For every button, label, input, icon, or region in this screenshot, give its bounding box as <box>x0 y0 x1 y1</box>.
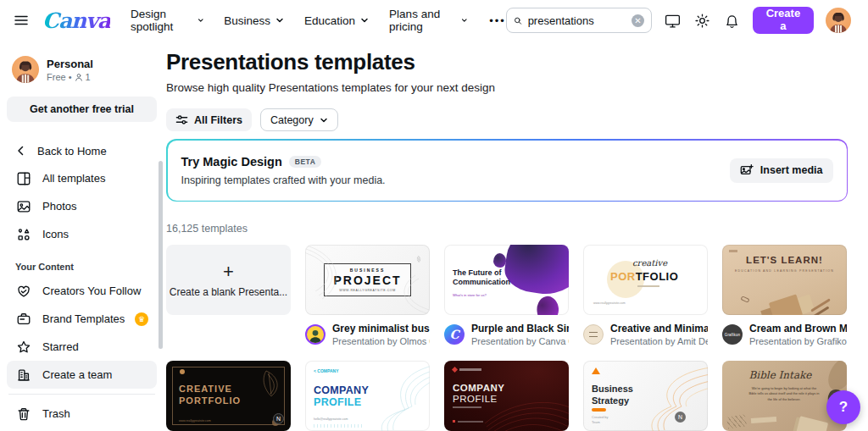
template-attribution: Grey minimalist busin... Presentation by… <box>305 323 430 346</box>
sidebar-divider <box>8 394 155 395</box>
template-thumb-grey-business[interactable]: BUSINESS PROJECT WWW.REALLYGREATSITE.COM <box>305 245 430 315</box>
nav-plans-pricing[interactable]: Plans and pricing <box>389 8 467 33</box>
create-a-design-button[interactable]: Create a design <box>753 7 814 34</box>
template-thumb-creative-portfolio-black[interactable]: CREATIVE PORTFOLIO www.reallygreatsite.c… <box>166 361 291 431</box>
sidebar-item-create-a-team[interactable]: Create a team <box>7 361 157 389</box>
nav-business[interactable]: Business <box>224 14 284 27</box>
template-thumb-business-strategy[interactable]: BusinessStrategy Created byTeam N <box>583 361 708 431</box>
creators-heart-icon <box>15 283 32 300</box>
beta-badge: BETA <box>289 156 322 168</box>
chevron-down-icon <box>360 16 369 25</box>
canva-logo[interactable]: Canva <box>42 8 110 33</box>
sidebar-item-all-templates[interactable]: All templates <box>7 164 157 192</box>
template-thumb-company-profile-white[interactable]: < COMPANY COMPANY PROFILE hello@reallygr… <box>305 361 430 431</box>
orange-bar-decor <box>592 408 606 412</box>
template-cell: Bible Intake We're going to begin by loo… <box>722 361 847 431</box>
template-cell: The Future of Communication What's in st… <box>444 245 569 346</box>
template-attribution: Grafikon Cream and Brown Mini... Present… <box>722 323 847 346</box>
template-title: Grey minimalist busin... <box>332 323 430 334</box>
category-filter-button[interactable]: Category <box>260 108 338 131</box>
notifications-bell-icon[interactable] <box>723 12 741 30</box>
pencil-decor <box>810 298 831 312</box>
thumb-logo-mark <box>729 250 737 252</box>
template-byline: Presentation by Grafikonte... <box>749 336 847 346</box>
primary-nav: Design spotlight Business Education Plan… <box>131 8 467 33</box>
filter-row: All Filters Category <box>166 108 848 131</box>
nav-design-spotlight[interactable]: Design spotlight <box>131 8 203 33</box>
magic-design-banner: Try Magic Design BETA Inspiring template… <box>166 139 848 202</box>
sidebar-scrollbar[interactable] <box>159 161 163 349</box>
filters-sliders-icon <box>175 113 188 126</box>
template-grid-row-2: CREATIVE PORTFOLIO www.reallygreatsite.c… <box>166 361 848 431</box>
template-thumb-bible-intake[interactable]: Bible Intake We're going to begin by loo… <box>722 361 847 431</box>
account-name: Personal <box>47 58 93 70</box>
sidebar-item-brand-templates[interactable]: Brand Templates ♛ <box>7 305 157 333</box>
template-cell: LET'S LEARN! EDUCATION AND LEARNING PRES… <box>722 245 847 346</box>
chevron-down-icon <box>198 16 204 25</box>
all-filters-button[interactable]: All Filters <box>166 108 252 131</box>
template-title: Cream and Brown Mini... <box>749 323 847 334</box>
template-cell: BUSINESS PROJECT WWW.REALLYGREATSITE.COM… <box>305 245 430 346</box>
search-box[interactable]: ✕ <box>506 8 652 33</box>
all-templates-icon <box>15 170 32 187</box>
creator-avatar <box>305 324 326 345</box>
photos-icon <box>15 198 32 215</box>
sidebar-item-icons[interactable]: Icons <box>7 220 157 248</box>
sidebar-item-trash[interactable]: Trash <box>7 400 157 428</box>
template-thumb-lets-learn[interactable]: LET'S LEARN! EDUCATION AND LEARNING PRES… <box>722 245 847 315</box>
help-button[interactable]: ? <box>826 390 860 424</box>
template-thumb-purple-black[interactable]: The Future of Communication What's in st… <box>444 245 569 315</box>
sidebar-item-photos[interactable]: Photos <box>7 192 157 220</box>
footer-bar-decor <box>453 420 483 423</box>
sidebar: Personal Free • 1 Get another free trial… <box>0 41 164 431</box>
crown-pro-icon: ♛ <box>135 312 148 326</box>
nav-education[interactable]: Education <box>304 14 369 27</box>
chevron-down-icon <box>461 16 468 25</box>
page-subtitle: Browse high quality Presentations templa… <box>166 81 848 94</box>
search-icon <box>514 14 522 27</box>
navbar-right-group: ✕ Create a design <box>506 7 851 34</box>
chevron-down-icon <box>320 116 328 124</box>
more-menu-icon[interactable]: ••• <box>489 14 506 27</box>
canva-templates-page: Canva Design spotlight Business Educatio… <box>0 0 868 431</box>
settings-gear-icon[interactable] <box>693 12 711 30</box>
creator-avatar <box>583 324 604 345</box>
sidebar-item-starred[interactable]: Starred <box>7 333 157 361</box>
paperclip-decor <box>740 296 749 303</box>
brand-templates-icon <box>15 311 32 328</box>
account-switcher[interactable]: Personal Free • 1 <box>7 47 157 88</box>
get-free-trial-button[interactable]: Get another free trial <box>7 97 157 122</box>
template-cell: < COMPANY COMPANY PROFILE hello@reallygr… <box>305 361 430 431</box>
subtitle-bar-decor <box>453 406 481 408</box>
user-avatar[interactable] <box>826 8 851 33</box>
dotted-decor <box>314 424 364 428</box>
creator-avatar: C <box>444 324 465 345</box>
template-cell: CREATIVE PORTFOLIO www.reallygreatsite.c… <box>166 361 291 431</box>
blank-template-cell: + Create a blank Presenta... <box>166 245 291 346</box>
template-title: Purple and Black Simp... <box>471 323 569 334</box>
magic-design-subtitle: Inspiring templates crafted with your me… <box>181 174 386 186</box>
open-book-decor <box>796 416 828 431</box>
account-avatar <box>12 56 39 83</box>
magic-design-title: Try Magic Design <box>181 155 282 169</box>
template-thumb-creative-minimal[interactable]: creative PORTFOLIO www.reallygreatsite.c… <box>583 245 708 315</box>
hamburger-menu-icon[interactable] <box>14 12 29 29</box>
template-thumb-company-profile-dark[interactable]: COMPANY PROFILE <box>444 361 569 431</box>
template-attribution: Creative and Minimal ... Presentation by… <box>583 323 708 346</box>
your-content-label: Your Content <box>7 248 157 277</box>
template-attribution: C Purple and Black Simp... Presentation … <box>444 323 569 346</box>
create-blank-presentation-card[interactable]: + Create a blank Presenta... <box>166 245 291 315</box>
clear-search-icon[interactable]: ✕ <box>632 14 644 27</box>
template-title: Creative and Minimal ... <box>610 323 708 334</box>
plus-icon: + <box>223 262 234 281</box>
thumb-logo-mark <box>415 251 422 257</box>
sidebar-item-creators-you-follow[interactable]: Creators You Follow <box>7 277 157 305</box>
back-to-home[interactable]: Back to Home <box>7 137 157 164</box>
insert-media-button[interactable]: Insert media <box>730 158 833 183</box>
chevron-down-icon <box>275 16 284 25</box>
desktop-app-icon[interactable] <box>664 12 682 30</box>
orange-triangle-logo <box>592 367 600 374</box>
purple-dot-decor <box>493 253 506 268</box>
results-count: 16,125 templates <box>166 223 848 235</box>
search-input[interactable] <box>528 14 626 27</box>
